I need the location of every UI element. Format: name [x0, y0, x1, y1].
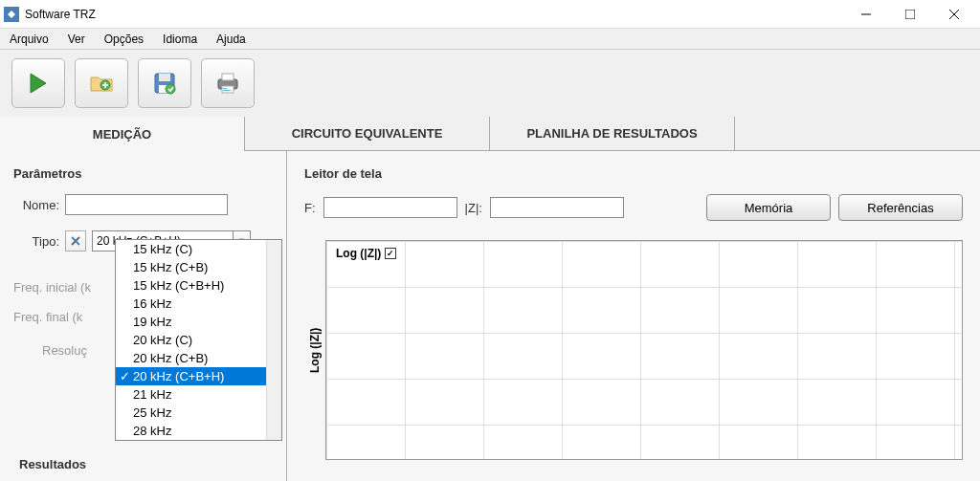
- dropdown-option[interactable]: 20 kHz (C): [116, 331, 281, 349]
- dropdown-scrollbar[interactable]: [266, 240, 281, 440]
- tab-medicao[interactable]: MEDIÇÃO: [0, 117, 245, 151]
- tab-spacer: [735, 117, 980, 151]
- nome-input[interactable]: [65, 194, 228, 215]
- chart-y-axis-label: Log (|Z|): [304, 240, 325, 460]
- menu-ver[interactable]: Ver: [64, 31, 89, 48]
- menu-idioma[interactable]: Idioma: [159, 31, 201, 48]
- tipo-dropdown: 15 kHz (C) 15 kHz (C+B) 15 kHz (C+B+H) 1…: [115, 239, 282, 441]
- close-button[interactable]: [932, 0, 976, 29]
- resolucao-label: Resoluç: [42, 343, 87, 358]
- menu-ajuda[interactable]: Ajuda: [212, 31, 250, 48]
- tab-planilha[interactable]: PLANILHA DE RESULTADOS: [490, 117, 735, 151]
- dropdown-option[interactable]: 28 kHz: [116, 422, 281, 440]
- f-label: F:: [304, 201, 316, 215]
- dropdown-option[interactable]: 20 kHz (C+B): [116, 349, 281, 367]
- parametros-panel: Parâmetros Nome: Tipo: 20 kHz (C+B+H) ▼ …: [0, 151, 287, 481]
- f-input[interactable]: [323, 197, 457, 218]
- svg-rect-2: [905, 10, 915, 19]
- menu-arquivo[interactable]: Arquivo: [6, 31, 53, 48]
- svg-rect-11: [222, 74, 234, 80]
- svg-rect-13: [223, 88, 227, 89]
- svg-rect-7: [159, 74, 170, 81]
- window-controls: [844, 0, 976, 29]
- content-area: Parâmetros Nome: Tipo: 20 kHz (C+B+H) ▼ …: [0, 151, 980, 481]
- memoria-button[interactable]: Memória: [706, 194, 831, 221]
- referencias-button[interactable]: Referências: [838, 194, 963, 221]
- minimize-button[interactable]: [844, 0, 888, 29]
- screen-reader-row: F: |Z|: Memória Referências: [304, 194, 963, 221]
- menu-opcoes[interactable]: Opções: [100, 31, 147, 48]
- dropdown-option[interactable]: 16 kHz: [116, 295, 281, 313]
- menubar: Arquivo Ver Opções Idioma Ajuda: [0, 29, 980, 50]
- print-button[interactable]: [201, 58, 255, 108]
- freq-final-label: Freq. final (k: [13, 310, 82, 324]
- maximize-button[interactable]: [888, 0, 932, 29]
- tipo-settings-icon[interactable]: [65, 230, 86, 251]
- save-button[interactable]: [138, 58, 191, 108]
- dropdown-option[interactable]: 19 kHz: [116, 313, 281, 331]
- z-label: |Z|:: [465, 201, 482, 215]
- svg-rect-14: [223, 90, 231, 91]
- open-folder-button[interactable]: [75, 58, 128, 108]
- resultados-title: Resultados: [19, 457, 86, 471]
- dropdown-option-selected[interactable]: 20 kHz (C+B+H): [116, 367, 281, 385]
- window-title: Software TRZ: [25, 8, 844, 21]
- dropdown-option[interactable]: 15 kHz (C): [116, 240, 281, 258]
- tipo-label: Tipo:: [13, 234, 59, 249]
- toolbar: [0, 50, 980, 117]
- freq-inicial-label: Freq. inicial (k: [13, 280, 91, 295]
- chart-legend-label: Log (|Z|): [336, 247, 381, 260]
- svg-rect-12: [222, 86, 234, 93]
- dropdown-option[interactable]: 21 kHz: [116, 385, 281, 404]
- play-button[interactable]: [11, 58, 65, 108]
- tabs: MEDIÇÃO CIRCUITO EQUIVALENTE PLANILHA DE…: [0, 117, 980, 151]
- chart-legend: Log (|Z|) ✓: [336, 247, 396, 260]
- tab-circuito[interactable]: CIRCUITO EQUIVALENTE: [245, 117, 490, 151]
- app-icon: [4, 7, 19, 22]
- right-panel: Leitor de tela F: |Z|: Memória Referênci…: [287, 151, 980, 481]
- dropdown-option[interactable]: 25 kHz: [116, 404, 281, 422]
- nome-label: Nome:: [13, 198, 59, 212]
- chart-legend-checkbox[interactable]: ✓: [385, 248, 396, 259]
- parametros-title: Parâmetros: [13, 166, 273, 181]
- dropdown-option[interactable]: 15 kHz (C+B+H): [116, 276, 281, 295]
- chart-area: Log (|Z|) Log (|Z|) ✓: [304, 240, 963, 460]
- svg-point-9: [166, 84, 175, 94]
- leitor-title: Leitor de tela: [304, 166, 963, 181]
- window-titlebar: Software TRZ: [0, 0, 980, 29]
- chart-grid[interactable]: Log (|Z|) ✓: [325, 240, 963, 460]
- nome-row: Nome:: [13, 194, 273, 215]
- dropdown-option[interactable]: 15 kHz (C+B): [116, 258, 281, 276]
- z-input[interactable]: [490, 197, 624, 218]
